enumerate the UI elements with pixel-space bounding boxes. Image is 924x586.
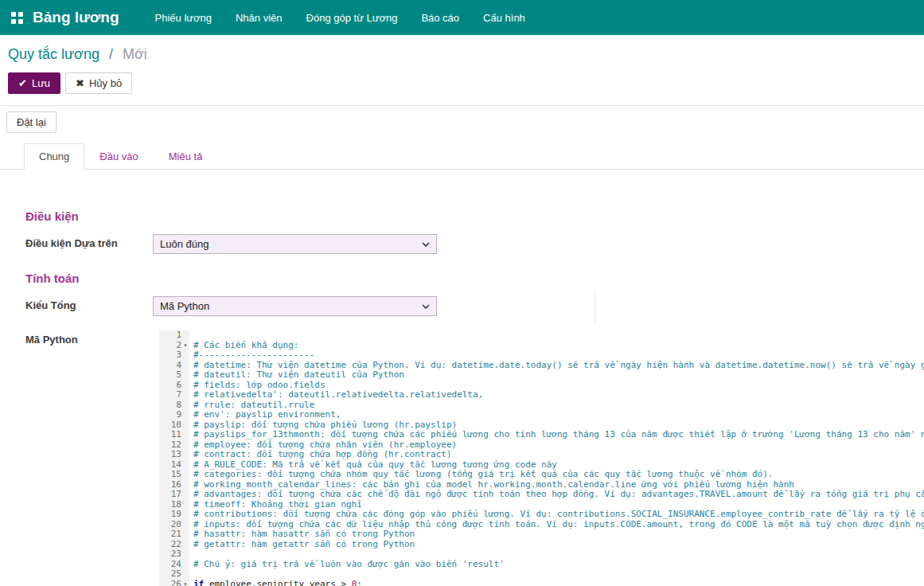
tab-1[interactable]: Đầu vào — [84, 143, 153, 170]
breadcrumb-current: Mới — [123, 46, 147, 62]
menu-item-0[interactable]: Phiếu lương — [143, 0, 224, 35]
menu-item-2[interactable]: Đóng góp từ Lương — [294, 0, 410, 35]
app-name[interactable]: Bảng lương — [33, 9, 119, 26]
apps-grid-icon[interactable] — [11, 12, 23, 24]
top-navbar: Bảng lương Phiếu lươngNhân viênĐóng góp … — [0, 0, 924, 35]
line-number: 11 — [159, 430, 189, 440]
line-number: 8 — [159, 400, 189, 411]
section-title-computation: Tính toán — [25, 272, 924, 285]
amount-type-value: Mã Python — [160, 300, 209, 312]
reset-button[interactable]: Đặt lại — [6, 111, 57, 133]
line-number: 2▾ — [159, 341, 189, 351]
amount-type-select[interactable]: Mã Python — [153, 296, 437, 316]
fold-arrow-icon[interactable]: ▾ — [181, 341, 189, 351]
code-line[interactable]: # Chú ý: giá trị trả về luôn vào được gá… — [193, 560, 924, 570]
check-icon: ✔ — [18, 77, 27, 89]
chevron-down-icon — [422, 304, 430, 309]
menu-item-1[interactable]: Nhân viên — [224, 0, 294, 35]
editor-code[interactable]: # Các biến khả dụng:#-------------------… — [189, 330, 924, 586]
breadcrumb-separator: / — [109, 46, 113, 62]
menu-item-3[interactable]: Báo cáo — [409, 0, 471, 35]
menu-item-4[interactable]: Cấu hình — [471, 0, 537, 35]
condition-based-on-value: Luôn đúng — [160, 238, 209, 250]
notebook-tabs: ChungĐầu vàoMiêu tả — [0, 143, 924, 170]
discard-button[interactable]: ✖ Hủy bỏ — [65, 72, 132, 94]
field-row-condition-based-on: Điều kiện Dựa trên Luôn đúng — [25, 234, 924, 254]
tab-0[interactable]: Chung — [24, 143, 84, 170]
form-sheet: Điều kiện Điều kiện Dựa trên Luôn đúng T… — [0, 170, 924, 586]
amount-type-label: Kiểu Tổng — [25, 296, 153, 316]
editor-gutter: 12▾3456789101112131415161718192021222324… — [159, 330, 189, 586]
line-number: 21 — [159, 529, 189, 540]
field-row-python-code: Mã Python 12▾345678910111213141516171819… — [25, 330, 924, 586]
line-number: 4 — [159, 361, 189, 371]
code-line[interactable]: # getattr: hàm getattr sẵn có trong Pyth… — [193, 540, 924, 550]
condition-based-on-select[interactable]: Luôn đúng — [153, 234, 437, 254]
line-number: 1 — [159, 330, 189, 341]
line-number: 13 — [159, 450, 189, 460]
line-number: 3 — [159, 350, 189, 361]
line-number: 23 — [159, 549, 189, 560]
line-number: 6 — [159, 381, 189, 391]
form-column-divider — [595, 292, 595, 322]
code-line[interactable] — [193, 330, 924, 341]
field-row-amount-type: Kiểu Tổng Mã Python — [25, 296, 924, 316]
action-button-row: ✔ Lưu ✖ Hủy bỏ — [0, 66, 924, 105]
line-number: 7 — [159, 390, 189, 400]
reset-button-label: Đặt lại — [17, 116, 46, 128]
python-code-editor[interactable]: 12▾3456789101112131415161718192021222324… — [159, 330, 924, 586]
line-number: 15 — [159, 470, 189, 480]
section-title-condition: Điều kiện — [25, 209, 924, 223]
close-icon: ✖ — [76, 77, 84, 89]
code-line[interactable]: if employee.seniority_years > 0: — [193, 580, 924, 586]
save-button[interactable]: ✔ Lưu — [8, 72, 60, 94]
chevron-down-icon — [422, 242, 430, 247]
line-number: 26▾ — [159, 580, 189, 586]
breadcrumb-parent-link[interactable]: Quy tắc lương — [8, 46, 99, 62]
fold-arrow-icon[interactable]: ▾ — [181, 580, 189, 586]
main-menu: Phiếu lươngNhân viênĐóng góp từ LươngBáo… — [143, 0, 537, 35]
discard-button-label: Hủy bỏ — [89, 77, 122, 89]
line-number: 17 — [159, 490, 189, 500]
line-number: 5 — [159, 370, 189, 381]
condition-based-on-label: Điều kiện Dựa trên — [25, 234, 153, 254]
save-button-label: Lưu — [32, 77, 50, 89]
breadcrumb: Quy tắc lương / Mới — [0, 35, 924, 66]
line-number: 19 — [159, 510, 189, 520]
line-number: 25 — [159, 569, 189, 580]
python-code-label: Mã Python — [25, 330, 153, 586]
line-number: 9 — [159, 410, 189, 420]
reset-row: Đặt lại — [0, 106, 924, 139]
tab-2[interactable]: Miêu tả — [154, 143, 218, 170]
